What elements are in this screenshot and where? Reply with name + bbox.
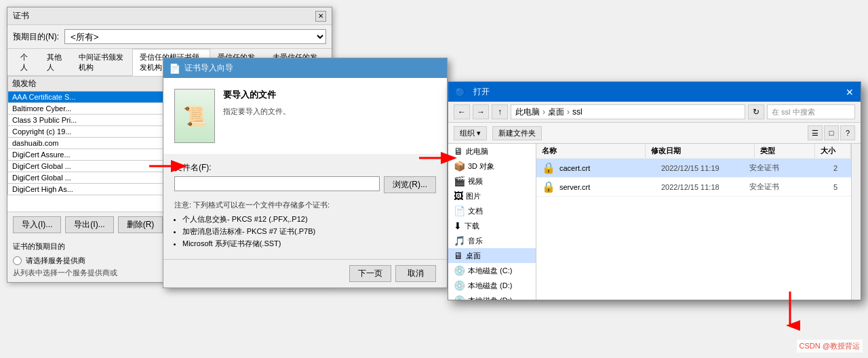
sidebar-item[interactable]: ⬇下载 [448, 218, 536, 233]
sidebar-item[interactable]: 🎵音乐 [448, 233, 536, 248]
sidebar-item[interactable]: 🎬视频 [448, 174, 536, 188]
cert-close-button[interactable]: ✕ [315, 11, 326, 22]
sidebar-item-icon: 🎵 [454, 235, 465, 246]
file-size: 5 [804, 183, 837, 191]
wizard-title: 证书导入向导 [184, 62, 233, 74]
search-placeholder: 在 ssl 中搜索 [772, 107, 815, 117]
wizard-cert-icon: 📜 [174, 89, 215, 143]
wizard-heading: 要导入的文件 [223, 89, 290, 101]
wizard-text: 要导入的文件 指定要导入的文件。 [223, 89, 290, 143]
col-date: 修改日期 [646, 144, 755, 158]
sidebar-item-label: 3D 对象 [468, 161, 494, 172]
file-label: 文件名(F): [174, 162, 436, 174]
scroll-bar[interactable] [851, 144, 861, 300]
file-toolbar: 组织 ▾ 新建文件夹 ☰ □ ? [448, 123, 861, 144]
organize-button[interactable]: 组织 ▾ [454, 126, 487, 140]
file-row: 浏览(R)... [174, 176, 436, 193]
view-help-button[interactable]: ? [840, 125, 855, 140]
sidebar-item-icon: ⬇ [454, 220, 462, 231]
open-dialog-icon: 🔵 [455, 87, 465, 97]
sidebar-item-label: 文档 [468, 206, 483, 216]
sidebar-item[interactable]: 💿本地磁盘 (C:) [448, 263, 536, 278]
nav-forward-button[interactable]: → [473, 104, 489, 119]
purpose-label: 预期目的(N): [13, 31, 59, 43]
refresh-button[interactable]: ↻ [748, 104, 764, 119]
format-item-1: 个人信息交换- PKCS #12 (.PFX,.P12) [182, 214, 436, 224]
sidebar-item[interactable]: 📦3D 对象 [448, 159, 536, 174]
breadcrumb: 此电脑 › 桌面 › ssl [511, 104, 745, 119]
sidebar-item-label: 视频 [468, 176, 483, 186]
open-dialog-title: 打开 [473, 86, 490, 98]
sidebar-item-label: 本地磁盘 (D:) [468, 296, 512, 300]
sidebar-item[interactable]: 🖥桌面 [448, 248, 536, 263]
export-button[interactable]: 导出(I)... [65, 216, 113, 233]
open-dialog-close-button[interactable]: ✕ [846, 87, 854, 98]
service-provider-label: 请选择服务提供商 [26, 256, 85, 266]
sidebar-item-icon: 📄 [454, 205, 465, 216]
view-buttons: ☰ □ ? [808, 125, 855, 140]
sidebar-item-label: 音乐 [468, 236, 483, 246]
import-button[interactable]: 导入(I)... [13, 216, 61, 233]
cert-title-bar: 证书 ✕ [7, 7, 332, 25]
col-name: 名称 [536, 144, 646, 158]
sidebar-item-icon: 💿 [454, 295, 465, 300]
cert-title: 证书 [13, 10, 29, 22]
wizard-footer: 下一页 取消 [163, 259, 447, 287]
sidebar-item-icon: 🖥 [454, 146, 463, 157]
sidebar-item-icon: 🖥 [454, 250, 463, 261]
watermark: CSDN @教授背运 [797, 340, 863, 353]
wizard-cancel-button[interactable]: 取消 [395, 265, 436, 282]
view-list-button[interactable]: ☰ [808, 125, 823, 140]
format-list: 个人信息交换- PKCS #12 (.PFX,.P12) 加密消息语法标准- P… [174, 214, 436, 249]
file-name: cacert.crt [559, 164, 661, 172]
file-date: 2022/12/15 11:18 [661, 183, 749, 191]
file-type: 安全证书 [749, 163, 804, 173]
purpose-select[interactable]: <所有> [64, 29, 326, 44]
file-input[interactable] [174, 176, 380, 191]
format-note: 注意: 下列格式可以在一个文件中存储多个证书: [174, 200, 436, 210]
sidebar-item-icon: 💿 [454, 265, 465, 276]
col-size: 大小 [815, 144, 851, 158]
sidebar-item[interactable]: 🖥此电脑 [448, 144, 536, 159]
sidebar-item[interactable]: 🖼图片 [448, 188, 536, 203]
col-type: 类型 [755, 144, 815, 158]
breadcrumb-ssl[interactable]: ssl [572, 107, 583, 117]
wizard-content: 📜 要导入的文件 指定要导入的文件。 [163, 78, 447, 154]
sidebar-item[interactable]: 💿本地磁盘 (D:) [448, 278, 536, 293]
file-size: 2 [804, 164, 837, 172]
sidebar-item-label: 桌面 [466, 251, 481, 261]
breadcrumb-desktop[interactable]: 桌面 [548, 106, 564, 118]
wizard-description: 指定要导入的文件。 [223, 106, 290, 117]
import-wizard: 📄 证书导入向导 📜 要导入的文件 指定要导入的文件。 文件名(F): 浏览(R… [163, 58, 448, 288]
sidebar-item-icon: 🖼 [454, 191, 463, 201]
file-area: 🖥此电脑📦3D 对象🎬视频🖼图片📄文档⬇下载🎵音乐🖥桌面💿本地磁盘 (C:)💿本… [448, 144, 861, 300]
sidebar-item[interactable]: 📄文档 [448, 203, 536, 218]
sidebar-item-label: 本地磁盘 (C:) [468, 266, 512, 276]
sidebar-item[interactable]: 💿本地磁盘 (D:) [448, 293, 536, 300]
search-bar[interactable]: 在 ssl 中搜索 [767, 104, 855, 119]
cert-toolbar: 预期目的(N): <所有> [7, 25, 332, 49]
wizard-next-button[interactable]: 下一页 [349, 265, 391, 282]
format-item-3: Microsoft 系列证书存储(.SST) [182, 239, 436, 249]
new-folder-button[interactable]: 新建文件夹 [492, 126, 542, 140]
sidebar-item-label: 本地磁盘 (D:) [468, 281, 512, 291]
delete-button[interactable]: 删除(R) [118, 216, 163, 233]
nav-back-button[interactable]: ← [454, 104, 470, 119]
col-issued-to: 颁发给 [8, 77, 163, 92]
sidebar-item-icon: 💿 [454, 280, 465, 291]
file-list-item[interactable]: 🔒 cacert.crt 2022/12/15 11:19 安全证书 2 [536, 159, 851, 178]
file-list-item[interactable]: 🔒 server.crt 2022/12/15 11:18 安全证书 5 [536, 178, 851, 197]
browse-button[interactable]: 浏览(R)... [384, 176, 436, 193]
view-grid-button[interactable]: □ [824, 125, 839, 140]
file-icon: 🔒 [542, 161, 555, 174]
tab-intermediate[interactable]: 中间证书颁发机构 [71, 49, 132, 75]
open-dialog-title-bar: 🔵 打开 ✕ [448, 82, 861, 102]
nav-bar: ← → ↑ 此电脑 › 桌面 › ssl ↻ 在 ssl 中搜索 [448, 102, 861, 123]
nav-up-button[interactable]: ↑ [492, 104, 508, 119]
format-item-2: 加密消息语法标准- PKCS #7 证书(.P7B) [182, 226, 436, 237]
service-provider-radio[interactable] [13, 256, 22, 265]
breadcrumb-pc[interactable]: 此电脑 [515, 106, 540, 118]
tab-others[interactable]: 其他人 [39, 49, 71, 75]
file-icon: 🔒 [542, 180, 555, 193]
tab-personal[interactable]: 个人 [13, 49, 39, 75]
